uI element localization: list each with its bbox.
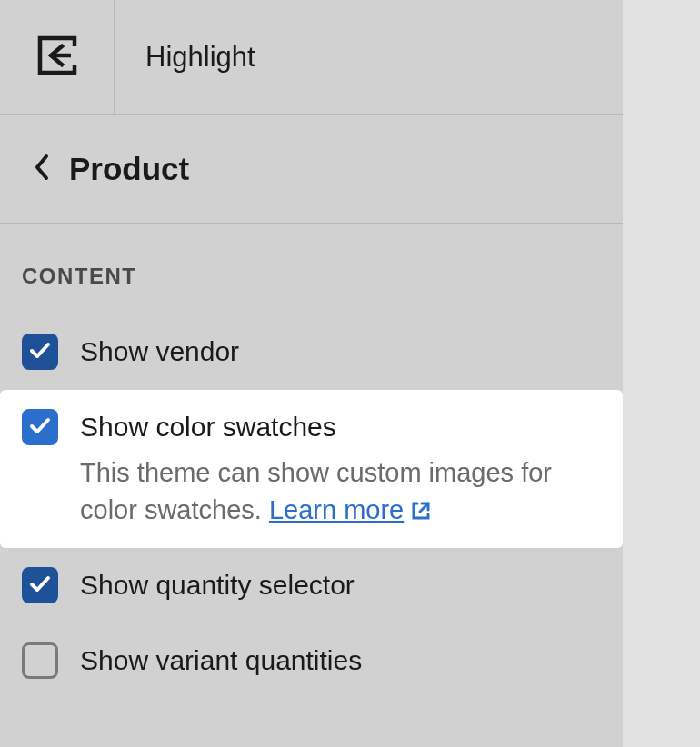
back-button[interactable] [0, 0, 115, 115]
option-label: Show variant quantities [80, 642, 362, 680]
option-show-color-swatches: Show color swatches This theme can show … [0, 390, 623, 549]
option-show-variant-quantities: Show variant quantities [22, 623, 601, 699]
check-icon [28, 338, 52, 365]
option-description: This theme can show custom images for co… [80, 454, 601, 529]
learn-more-text: Learn more [269, 492, 404, 529]
check-icon [28, 413, 52, 441]
right-panel-edge [623, 0, 700, 747]
section-label: CONTENT [0, 224, 623, 289]
option-label: Show color swatches [80, 409, 601, 446]
option-label: Show quantity selector [80, 567, 355, 604]
external-link-icon [410, 500, 432, 522]
breadcrumb-back[interactable] [33, 153, 51, 185]
option-show-quantity-selector: Show quantity selector [22, 548, 601, 623]
topbar: Highlight [0, 0, 623, 115]
back-to-editor-icon [35, 33, 80, 82]
option-label: Show vendor [80, 334, 239, 371]
breadcrumb: Product [0, 115, 623, 224]
checkbox-show-quantity-selector[interactable] [22, 567, 58, 603]
option-show-vendor: Show vendor [22, 314, 601, 390]
chevron-left-icon [33, 153, 51, 185]
page-title: Product [69, 151, 189, 187]
checkbox-show-vendor[interactable] [22, 334, 58, 370]
checkbox-show-color-swatches[interactable] [22, 409, 58, 445]
check-icon [28, 572, 52, 599]
checkbox-show-variant-quantities[interactable] [22, 642, 58, 679]
options-list: Show vendor Show color swatches This the… [0, 289, 623, 698]
topbar-title: Highlight [115, 41, 255, 74]
learn-more-link[interactable]: Learn more [269, 492, 432, 529]
svg-rect-2 [71, 46, 77, 65]
